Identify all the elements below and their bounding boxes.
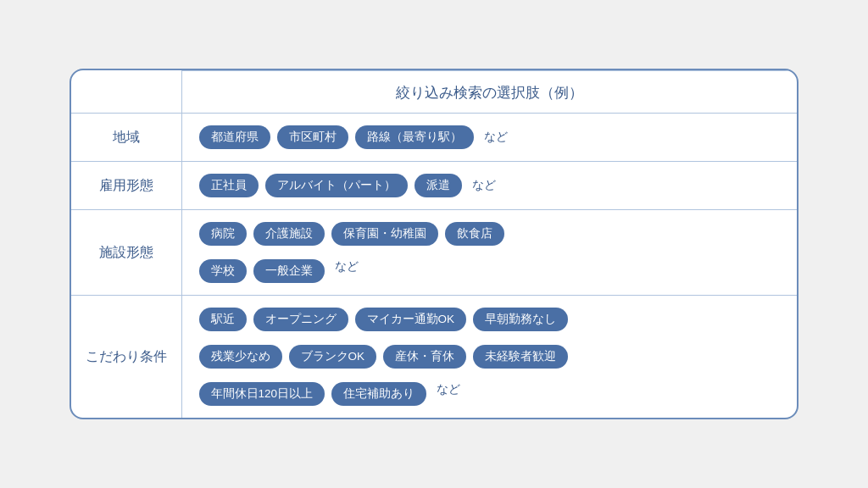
table-row: こだわり条件駅近オープニングマイカー通勤OK早朝勤務なし残業少なめブランクOK産… xyxy=(71,296,797,419)
tag: 都道府県 xyxy=(199,125,270,149)
tag: 早朝勤務なし xyxy=(473,308,568,331)
tag: 駅近 xyxy=(199,308,247,331)
tags-container-1: 正社員アルバイト（パート）派遣など xyxy=(199,174,781,197)
table-header: 絞り込み検索の選択肢（例） xyxy=(181,71,797,114)
nado-label: など xyxy=(484,130,508,145)
tag: アルバイト（パート） xyxy=(265,174,408,197)
nado-label: など xyxy=(437,382,460,406)
tag: 未経験者歓迎 xyxy=(473,345,568,369)
row-label-3: こだわり条件 xyxy=(71,296,181,419)
tag: オープニング xyxy=(253,308,348,331)
tag: マイカー通勤OK xyxy=(355,308,467,331)
tags-container-3: 駅近オープニングマイカー通勤OK早朝勤務なし残業少なめブランクOK産休・育休未経… xyxy=(199,308,781,406)
tag: 住宅補助あり xyxy=(331,382,426,406)
row-label-2: 施設形態 xyxy=(71,210,181,296)
tag: 残業少なめ xyxy=(199,345,282,369)
row-label-0: 地域 xyxy=(71,114,181,162)
row-content-0: 都道府県市区町村路線（最寄り駅）など xyxy=(181,114,797,162)
nado-label: など xyxy=(472,178,496,193)
tag: 正社員 xyxy=(199,174,259,197)
row-content-1: 正社員アルバイト（パート）派遣など xyxy=(181,162,797,210)
table-row: 施設形態病院介護施設保育園・幼稚園飲食店学校一般企業など xyxy=(71,210,797,296)
tags-container-2: 病院介護施設保育園・幼稚園飲食店学校一般企業など xyxy=(199,222,781,283)
nado-label: など xyxy=(335,259,359,283)
tag: 市区町村 xyxy=(277,125,348,149)
main-card: 絞り込み検索の選択肢（例） 地域都道府県市区町村路線（最寄り駅）など雇用形態正社… xyxy=(70,69,798,419)
tag: ブランクOK xyxy=(289,345,377,369)
table-row: 雇用形態正社員アルバイト（パート）派遣など xyxy=(71,162,797,210)
tag: 学校 xyxy=(199,259,247,283)
tag: 保育園・幼稚園 xyxy=(331,222,438,246)
tag: 飲食店 xyxy=(445,222,504,246)
tag: 一般企業 xyxy=(253,259,325,283)
tags-container-0: 都道府県市区町村路線（最寄り駅）など xyxy=(199,125,781,149)
row-content-3: 駅近オープニングマイカー通勤OK早朝勤務なし残業少なめブランクOK産休・育休未経… xyxy=(181,296,797,419)
row-label-1: 雇用形態 xyxy=(71,162,181,210)
empty-header xyxy=(71,71,181,114)
row-content-2: 病院介護施設保育園・幼稚園飲食店学校一般企業など xyxy=(181,210,797,296)
tag: 産休・育休 xyxy=(383,345,466,369)
tag: 派遣 xyxy=(415,174,462,197)
table-row: 地域都道府県市区町村路線（最寄り駅）など xyxy=(71,114,797,162)
tag: 路線（最寄り駅） xyxy=(355,125,474,149)
tag: 介護施設 xyxy=(253,222,325,246)
tag: 病院 xyxy=(199,222,247,246)
tag: 年間休日120日以上 xyxy=(199,382,326,406)
